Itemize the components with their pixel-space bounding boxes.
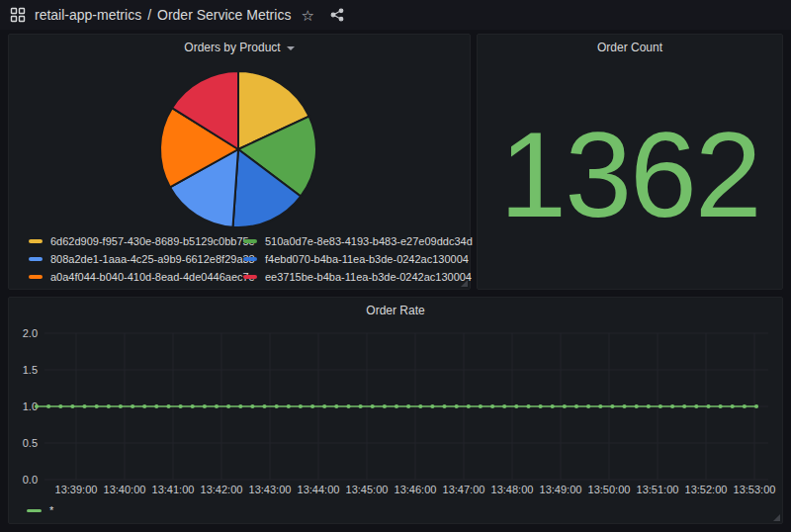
top-navbar: retail-app-metrics / Order Service Metri… [0,0,791,30]
panel-order-count-header[interactable]: Order Count [478,35,782,60]
series-label: ee3715be-b4ba-11ea-b3de-0242ac130004 [265,271,472,283]
svg-text:13:45:00: 13:45:00 [346,484,389,495]
panel-title: Order Count [597,41,662,54]
svg-text:13:53:00: 13:53:00 [734,484,776,495]
breadcrumb: retail-app-metrics / Order Service Metri… [35,7,291,23]
panel-title: Order Rate [366,304,424,317]
series-label: f4ebd070-b4ba-11ea-b3de-0242ac130004 [265,253,469,265]
pie-chart[interactable] [139,50,337,248]
series-color-swatch [243,257,257,261]
star-icon[interactable]: ☆ [301,8,313,23]
svg-text:13:41:00: 13:41:00 [152,484,195,495]
panel-resize-handle[interactable] [773,514,780,521]
pie-legend-item[interactable]: f4ebd070-b4ba-11ea-b3de-0242ac130004 [243,250,473,268]
pie-legend-item[interactable]: a0a4f044-b040-410d-8ead-4de0446aec7e [29,268,255,286]
series-label: 808a2de1-1aaa-4c25-a9b9-6612e8f29a38 [50,253,255,265]
series-label: a0a4f044-b040-410d-8ead-4de0446aec7e [50,271,255,283]
svg-text:13:39:00: 13:39:00 [55,484,98,495]
series-color-swatch [27,509,42,512]
pie-legend-item[interactable]: 510a0d7e-8e83-4193-b483-e27e09ddc34d [243,232,473,250]
svg-text:13:42:00: 13:42:00 [201,484,243,495]
svg-text:2.0: 2.0 [23,327,38,339]
pie-legend-column-right: 510a0d7e-8e83-4193-b483-e27e09ddc34df4eb… [243,232,473,286]
breadcrumb-dashboard-title[interactable]: Order Service Metrics [157,7,291,23]
panel-order-count: Order Count 1362 [477,34,783,290]
svg-text:0.0: 0.0 [23,474,38,486]
series-label: 510a0d7e-8e83-4193-b483-e27e09ddc34d [265,235,473,247]
breadcrumb-folder[interactable]: retail-app-metrics [35,7,141,23]
svg-text:13:49:00: 13:49:00 [540,484,582,495]
pie-legend-item[interactable]: ee3715be-b4ba-11ea-b3de-0242ac130004 [243,268,473,286]
panel-order-rate: Order Rate 2.01.51.00.50.013:39:0013:40:… [8,297,783,524]
series-label: * [49,504,53,516]
stat-value: 1362 [499,115,759,235]
svg-text:13:40:00: 13:40:00 [104,484,146,495]
time-series-chart[interactable]: 2.01.51.00.50.013:39:0013:40:0013:41:001… [11,323,782,499]
svg-text:13:47:00: 13:47:00 [443,484,485,495]
panel-resize-handle[interactable] [461,280,468,287]
svg-text:13:43:00: 13:43:00 [249,484,292,495]
dashboard-grid-icon[interactable] [10,7,26,23]
svg-text:13:52:00: 13:52:00 [685,484,728,495]
series-color-swatch [29,275,43,279]
svg-text:13:46:00: 13:46:00 [395,484,437,495]
pie-legend-item[interactable]: 6d62d909-f957-430e-8689-b5129c0bb75e [29,232,255,250]
series-color-swatch [243,239,257,243]
svg-text:0.5: 0.5 [23,437,38,449]
pie-legend-column-left: 6d62d909-f957-430e-8689-b5129c0bb75e808a… [29,232,255,286]
series-legend-item[interactable]: * [27,504,53,516]
share-icon[interactable] [330,8,344,22]
series-color-swatch [29,239,43,243]
svg-text:13:51:00: 13:51:00 [637,484,679,495]
panel-orders-by-product: Orders by Product 6d62d909-f957-430e-868… [8,34,471,290]
panel-order-rate-header[interactable]: Order Rate [9,298,782,323]
series-label: 6d62d909-f957-430e-8689-b5129c0bb75e [50,235,255,247]
series-color-swatch [243,275,257,279]
pie-legend-item[interactable]: 808a2de1-1aaa-4c25-a9b9-6612e8f29a38 [29,250,255,268]
svg-text:13:44:00: 13:44:00 [298,484,340,495]
series-color-swatch [29,257,43,261]
svg-text:13:50:00: 13:50:00 [588,484,631,495]
svg-text:1.5: 1.5 [23,364,38,376]
breadcrumb-separator: / [147,7,151,23]
svg-text:13:48:00: 13:48:00 [491,484,534,495]
